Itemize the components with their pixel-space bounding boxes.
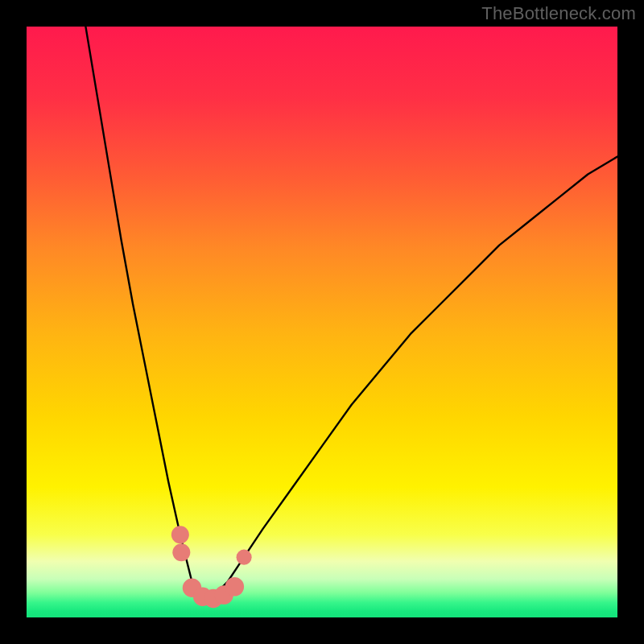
chart-frame: TheBottleneck.com — [0, 0, 644, 644]
plot-area — [27, 27, 617, 617]
gradient-background — [27, 27, 617, 617]
marker-left-blob-top — [171, 526, 189, 543]
marker-left-blob-mid — [172, 543, 190, 561]
marker-right-dot — [237, 550, 252, 565]
watermark-text: TheBottleneck.com — [481, 3, 636, 24]
marker-valley-5 — [225, 577, 244, 596]
chart-svg — [27, 27, 617, 617]
